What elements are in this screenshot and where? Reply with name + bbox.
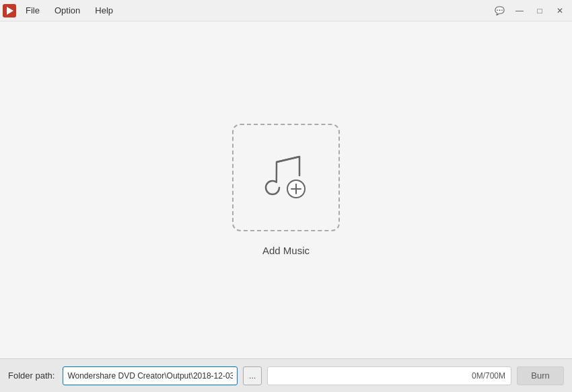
minimize-icon: —	[515, 6, 524, 15]
menu-bar: File Option Help	[19, 3, 490, 18]
burn-button[interactable]: Burn	[517, 366, 564, 385]
chat-button[interactable]: 💬	[490, 1, 509, 20]
app-icon	[3, 4, 16, 17]
svg-line-2	[277, 157, 299, 162]
folder-path-label: Folder path:	[8, 370, 55, 381]
add-music-dropzone[interactable]	[232, 124, 340, 231]
menu-option[interactable]: Option	[48, 3, 87, 18]
bottom-bar: Folder path: ... 0M/700M Burn	[0, 358, 572, 392]
maximize-icon: □	[537, 6, 542, 15]
menu-help[interactable]: Help	[88, 3, 120, 18]
chat-icon: 💬	[495, 6, 505, 15]
add-music-area[interactable]: Add Music	[232, 124, 340, 256]
folder-path-input[interactable]	[63, 366, 238, 385]
browse-button[interactable]: ...	[243, 366, 262, 385]
maximize-button[interactable]: □	[530, 1, 549, 20]
title-bar-controls: 💬 — □ ✕	[490, 1, 569, 20]
music-note-icon	[256, 147, 316, 208]
add-music-label: Add Music	[262, 245, 310, 256]
main-content: Add Music	[0, 22, 572, 358]
close-icon: ✕	[557, 6, 563, 15]
minimize-button[interactable]: —	[510, 1, 529, 20]
title-bar: File Option Help 💬 — □ ✕	[0, 0, 572, 22]
progress-text: 0M/700M	[273, 371, 505, 381]
progress-bar-container: 0M/700M	[267, 366, 511, 385]
close-button[interactable]: ✕	[550, 1, 569, 20]
menu-file[interactable]: File	[19, 3, 46, 18]
